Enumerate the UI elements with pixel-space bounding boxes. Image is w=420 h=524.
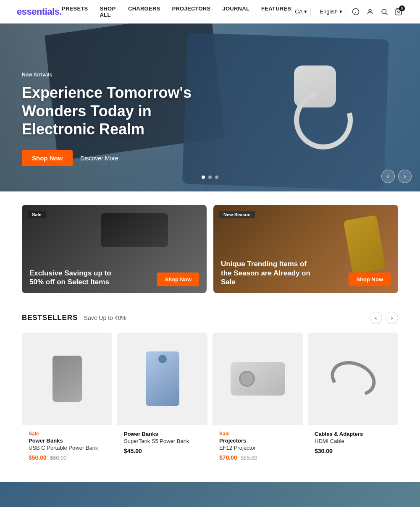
nav-features[interactable]: FEATURES — [261, 5, 291, 18]
product-card-4[interactable]: Cables & Adapters HDMI Cable $30.00 — [308, 333, 398, 469]
account-icon[interactable] — [365, 7, 375, 16]
promo-section: Sale Exclusive Savings up to 50% off on … — [0, 191, 420, 307]
promo-left-text: Exclusive Savings up to 50% off on Selec… — [29, 269, 122, 287]
region-selector[interactable]: CA ▾ — [291, 7, 311, 16]
promo-card-right: New Season Unique Trending Items of the … — [213, 205, 398, 293]
product-info-4: Cables & Adapters HDMI Cable $30.00 — [308, 425, 398, 469]
price-current-2: $45.00 — [124, 448, 142, 454]
product-info-1: Sale Power Banks USB C Portable Power Ba… — [22, 425, 112, 469]
bestsellers-header: BESTSELLERS Save Up to 40% ‹ › — [22, 312, 398, 324]
hero-badge: New Arrivals — [22, 72, 215, 78]
navbar: essentials. PRESETS SHOP ALL CHARGERS PR… — [0, 0, 420, 24]
hero-section: New Arrivals Experience Tomorrow's Wonde… — [0, 24, 420, 191]
projector-image — [231, 362, 285, 396]
promo-left-title: Exclusive Savings up to 50% off on Selec… — [29, 269, 122, 287]
hero-actions: Shop Now Discover More — [22, 150, 215, 166]
product-name-4: HDMI Cable — [315, 438, 391, 444]
main-nav: PRESETS SHOP ALL CHARGERS PROJECTORS JOU… — [62, 5, 291, 18]
hero-arrows: ‹ › — [381, 170, 412, 183]
product-category-3: Projectors — [219, 438, 296, 444]
chevron-down-icon: ▾ — [304, 8, 307, 15]
svg-line-5 — [386, 13, 387, 15]
bestsellers-next-button[interactable]: › — [386, 312, 398, 324]
product-price-3: $70.00 $85.00 — [219, 454, 296, 461]
hero-title: Experience Tomorrow's Wonders Today in E… — [22, 84, 215, 138]
price-current-4: $30.00 — [315, 448, 333, 454]
language-selector[interactable]: English ▾ — [316, 7, 346, 16]
price-current-3: $70.00 — [219, 454, 237, 461]
nav-journal[interactable]: JOURNAL — [222, 5, 249, 18]
price-current-1: $50.00 — [29, 454, 47, 461]
product-price-1: $50.00 $60.00 — [29, 454, 105, 461]
bottom-banner — [0, 482, 420, 507]
hero-dot-1[interactable] — [202, 176, 205, 179]
product-category-1: Power Banks — [29, 438, 105, 444]
hero-content: New Arrivals Experience Tomorrow's Wonde… — [22, 72, 215, 166]
promo-right-cta-button[interactable]: Shop Now — [349, 272, 391, 286]
brand-logo[interactable]: essentials. — [17, 6, 62, 17]
chevron-down-icon: ▾ — [339, 8, 342, 15]
promo-left-badge: Sale — [28, 211, 46, 218]
cart-icon[interactable]: 0 — [394, 7, 403, 16]
promo-left-device — [101, 213, 168, 247]
product-card-2[interactable]: Power Banks SuperTank S5 Power Bank $45.… — [117, 333, 207, 469]
product-name-2: SuperTank S5 Power Bank — [124, 438, 201, 444]
svg-point-3 — [369, 9, 371, 12]
svg-point-4 — [382, 9, 386, 14]
product-info-2: Power Banks SuperTank S5 Power Bank $45.… — [117, 425, 207, 469]
product-category-4: Cables & Adapters — [315, 431, 391, 437]
product-image-1 — [22, 333, 112, 425]
product-name-3: EF12 Projector — [219, 445, 296, 451]
cable-image-wrap — [328, 360, 378, 398]
cable-visual — [326, 355, 381, 403]
promo-right-title: Unique Trending Items of the Season are … — [221, 259, 313, 286]
nav-presets[interactable]: PRESETS — [62, 5, 88, 18]
hero-shop-now-button[interactable]: Shop Now — [22, 150, 73, 166]
hero-dot-2[interactable] — [208, 176, 212, 179]
navbar-right: CA ▾ English ▾ 0 — [291, 7, 403, 16]
promo-right-content: Unique Trending Items of the Season are … — [213, 253, 398, 293]
bestsellers-subtitle: Save Up to 40% — [84, 314, 126, 321]
info-icon[interactable] — [351, 7, 360, 16]
product-card-3[interactable]: Sale Projectors EF12 Projector $70.00 $8… — [213, 333, 303, 469]
product-image-2 — [117, 333, 207, 425]
hero-dot-3[interactable] — [215, 176, 218, 179]
nav-shop-all[interactable]: SHOP ALL — [100, 5, 117, 18]
search-icon[interactable] — [380, 7, 389, 16]
products-grid: Sale Power Banks USB C Portable Power Ba… — [22, 333, 398, 469]
bestsellers-title-group: BESTSELLERS Save Up to 40% — [22, 314, 126, 322]
product-name-1: USB C Portable Power Bank — [29, 445, 105, 451]
price-original-1: $60.00 — [50, 455, 67, 461]
sale-tag-3: Sale — [219, 431, 296, 437]
cart-count: 0 — [399, 5, 405, 11]
nav-projectors[interactable]: PROJECTORS — [172, 5, 211, 18]
power-bank-image — [52, 356, 82, 402]
nav-chargers[interactable]: CHARGERS — [128, 5, 160, 18]
product-image-4 — [308, 333, 398, 425]
super-tank-image — [146, 351, 179, 406]
promo-card-left: Sale Exclusive Savings up to 50% off on … — [22, 205, 207, 293]
hero-prev-button[interactable]: ‹ — [381, 170, 395, 183]
promo-left-cta-button[interactable]: Shop Now — [157, 272, 199, 286]
promo-right-badge: New Season — [219, 211, 255, 218]
bestsellers-nav: ‹ › — [370, 312, 398, 324]
price-original-3: $85.00 — [241, 455, 257, 461]
hero-discover-button[interactable]: Discover More — [80, 155, 118, 162]
hero-dots — [202, 176, 218, 179]
bestsellers-section: BESTSELLERS Save Up to 40% ‹ › Sale Powe… — [0, 307, 420, 482]
product-price-2: $45.00 — [124, 448, 201, 454]
promo-left-content: Exclusive Savings up to 50% off on Selec… — [22, 262, 207, 293]
promo-right-text: Unique Trending Items of the Season are … — [221, 259, 313, 286]
bestsellers-prev-button[interactable]: ‹ — [370, 312, 382, 324]
product-info-3: Sale Projectors EF12 Projector $70.00 $8… — [213, 425, 303, 469]
product-card-1[interactable]: Sale Power Banks USB C Portable Power Ba… — [22, 333, 112, 469]
sale-tag-1: Sale — [29, 431, 105, 437]
product-category-2: Power Banks — [124, 431, 201, 437]
hero-next-button[interactable]: › — [398, 170, 412, 183]
bestsellers-title: BESTSELLERS — [22, 314, 78, 322]
product-image-3 — [213, 333, 303, 425]
product-price-4: $30.00 — [315, 448, 391, 454]
